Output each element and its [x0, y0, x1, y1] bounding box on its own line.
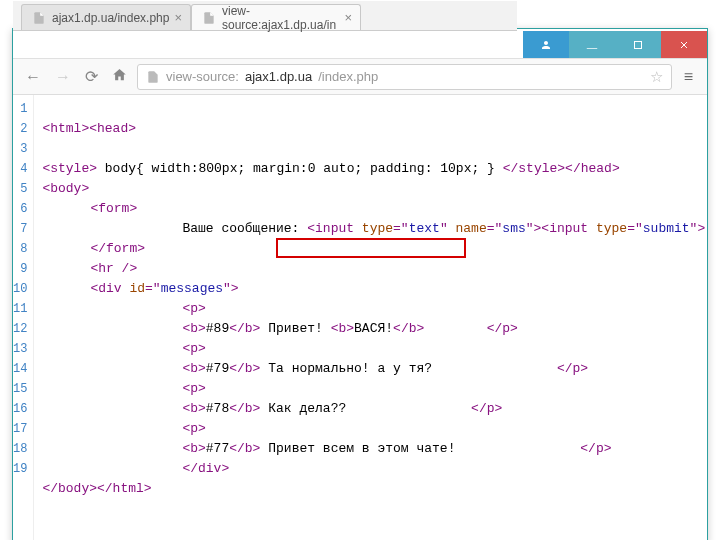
- code-token: =": [487, 221, 503, 236]
- browser-window: ajax1.dp.ua/index.php × view-source:ajax…: [12, 28, 708, 540]
- svg-rect-0: [635, 41, 642, 48]
- code-token: ">: [223, 281, 239, 296]
- line-gutter: 12345678910111213141516171819: [13, 95, 34, 540]
- source-code[interactable]: <html><head> <style> body{ width:800px; …: [34, 95, 713, 540]
- code-token: </b>: [229, 321, 260, 336]
- code-token: </p>: [471, 401, 502, 416]
- code-token: Привет!: [260, 321, 330, 336]
- file-icon: [146, 70, 160, 84]
- code-token: </form>: [90, 241, 145, 256]
- code-token: </head>: [565, 161, 620, 176]
- code-token: Та нормально! а у тя?: [260, 361, 556, 376]
- address-bar[interactable]: view-source:ajax1.dp.ua/index.php ☆: [137, 64, 672, 90]
- code-token: id: [129, 281, 145, 296]
- window-titlebar: _: [13, 31, 707, 59]
- file-icon: [202, 11, 216, 25]
- code-token: type: [362, 221, 393, 236]
- code-token: =": [145, 281, 161, 296]
- tab-label: ajax1.dp.ua/index.php: [52, 11, 169, 25]
- back-button[interactable]: ←: [21, 68, 45, 86]
- code-token: <html>: [42, 121, 89, 136]
- code-token: #77: [206, 441, 229, 456]
- code-token: ">: [690, 221, 706, 236]
- code-token: ">: [526, 221, 542, 236]
- home-button[interactable]: [108, 67, 131, 86]
- code-token: sms: [502, 221, 525, 236]
- code-token: =": [627, 221, 643, 236]
- file-icon: [32, 11, 46, 25]
- code-token: <form>: [90, 201, 137, 216]
- browser-toolbar: ← → ⟳ view-source:ajax1.dp.ua/index.php …: [13, 59, 707, 95]
- code-token: Ваше сообщение:: [182, 221, 307, 236]
- code-token: Привет всем в этом чате!: [260, 441, 580, 456]
- close-icon[interactable]: ×: [344, 10, 352, 25]
- code-token: name: [456, 221, 487, 236]
- code-token: <p>: [182, 301, 205, 316]
- code-token: <body>: [42, 181, 89, 196]
- source-viewer: 12345678910111213141516171819 <html><hea…: [13, 95, 707, 540]
- tab-viewsource[interactable]: view-source:ajax1.dp.ua/in ×: [191, 4, 361, 30]
- tab-page[interactable]: ajax1.dp.ua/index.php ×: [21, 4, 191, 30]
- forward-button[interactable]: →: [51, 68, 75, 86]
- code-token: ВАСЯ!: [354, 321, 393, 336]
- code-token: messages: [161, 281, 223, 296]
- close-icon[interactable]: ×: [174, 10, 182, 25]
- code-token: body{ width:800px; margin:0 auto; paddin…: [97, 161, 503, 176]
- code-token: <head>: [89, 121, 136, 136]
- code-token: Как дела??: [260, 401, 471, 416]
- code-token: </p>: [487, 321, 518, 336]
- code-token: <p>: [182, 421, 205, 436]
- code-token: submit: [643, 221, 690, 236]
- code-token: [424, 321, 486, 336]
- code-token: <b>: [182, 401, 205, 416]
- code-token: <p>: [182, 381, 205, 396]
- maximize-button[interactable]: [615, 31, 661, 58]
- tab-strip: ajax1.dp.ua/index.php × view-source:ajax…: [13, 1, 517, 31]
- code-token: type: [596, 221, 627, 236]
- code-token: #79: [206, 361, 229, 376]
- code-token: </style>: [503, 161, 565, 176]
- code-token: <style>: [42, 161, 97, 176]
- url-scheme: view-source:: [166, 69, 239, 84]
- code-token: </b>: [393, 321, 424, 336]
- close-button[interactable]: [661, 31, 707, 58]
- tab-label: view-source:ajax1.dp.ua/in: [222, 4, 336, 32]
- code-token: </html>: [97, 481, 152, 496]
- code-token: </body>: [42, 481, 97, 496]
- code-token: #89: [206, 321, 229, 336]
- code-token: </b>: [229, 441, 260, 456]
- code-token: </b>: [229, 401, 260, 416]
- reload-button[interactable]: ⟳: [81, 67, 102, 86]
- code-token: </b>: [229, 361, 260, 376]
- code-token: <b>: [182, 361, 205, 376]
- code-token: </div>: [182, 461, 229, 476]
- code-token: <b>: [182, 321, 205, 336]
- hamburger-menu-icon[interactable]: ≡: [678, 68, 699, 86]
- url-host: ajax1.dp.ua: [245, 69, 312, 84]
- code-token: <input: [541, 221, 596, 236]
- url-path: /index.php: [318, 69, 378, 84]
- code-token: <div: [90, 281, 129, 296]
- code-token: <b>: [182, 441, 205, 456]
- code-token: =": [393, 221, 409, 236]
- injection-highlight: [276, 238, 466, 258]
- code-token: <p>: [182, 341, 205, 356]
- code-token: </p>: [580, 441, 611, 456]
- minimize-button[interactable]: _: [569, 31, 615, 58]
- code-token: <hr />: [90, 261, 137, 276]
- code-token: </p>: [557, 361, 588, 376]
- code-token: text: [409, 221, 440, 236]
- code-token: #78: [206, 401, 229, 416]
- user-icon[interactable]: [523, 31, 569, 58]
- code-token: ": [440, 221, 456, 236]
- bookmark-star-icon[interactable]: ☆: [650, 68, 663, 86]
- code-token: <input: [307, 221, 362, 236]
- code-token: <b>: [331, 321, 354, 336]
